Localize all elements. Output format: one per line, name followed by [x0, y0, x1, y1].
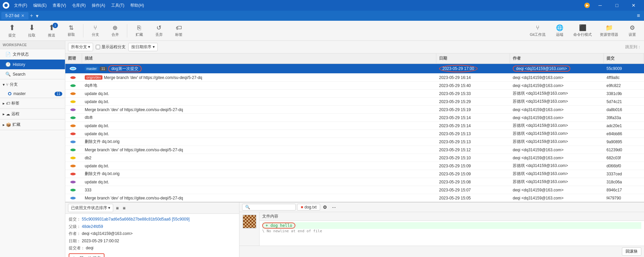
remote-button[interactable]: 🌐 远端 — [550, 23, 569, 38]
sidebar-item-file-status[interactable]: 📄 文件状态 — [0, 49, 65, 60]
hamburger-menu[interactable]: ≡ — [634, 11, 643, 20]
sort-select[interactable]: 按日期排序 ▾ — [128, 43, 157, 51]
origin-tag: origin/dev — [85, 75, 102, 80]
parent-value[interactable]: 48de24fd59 — [82, 224, 103, 229]
date-cell: 2023-05-29 15:29 — [436, 98, 510, 105]
commit-value[interactable]: 55c9009931ab7ad6e5a666b27be88c81b50d5aa6… — [82, 217, 190, 222]
table-row[interactable]: update dq.txt.2023-05-29 15:09苏德琪 <dq314… — [65, 162, 644, 170]
menu-view[interactable]: 查看(V) — [50, 2, 69, 9]
table-row[interactable]: update dq.txt.2023-05-29 15:08苏德琪 <dq314… — [65, 178, 644, 186]
close-button[interactable]: ✕ — [626, 0, 641, 11]
undo-block-button[interactable]: 回滚块 — [622, 247, 641, 256]
menu-tools[interactable]: 工具(T) — [109, 2, 127, 9]
git-workflow-button[interactable]: ⑂ Git工作流 — [526, 23, 549, 38]
graph-cell — [65, 146, 82, 154]
discard-button[interactable]: ↺ 丢弃 — [150, 23, 168, 38]
branch-button[interactable]: ⑂ 分支 — [86, 23, 104, 38]
sidebar-item-history[interactable]: 🕐 History — [0, 60, 65, 69]
menu-file[interactable]: 文件(F) — [11, 2, 30, 9]
table-row[interactable]: db22023-05-29 15:10deqi <dq314159@163.co… — [65, 154, 644, 162]
description-cell: update dq.txt. — [82, 90, 436, 97]
table-row[interactable]: master 11 dog第一次提交 2023-05-29 17:00 deqi… — [65, 64, 644, 74]
table-row[interactable]: origin/dev Merge branch 'dev' of https:/… — [65, 74, 644, 82]
commit-cell: 4ff9a8c — [604, 74, 644, 81]
menu-edit[interactable]: 编辑(E) — [30, 2, 49, 9]
commit-cell: 3337ced — [604, 170, 644, 178]
settings-icon: ⚙ — [630, 24, 635, 31]
table-row[interactable]: 删除文件 dq.txt.orig2023-05-29 15:09苏德琪 <dq3… — [65, 170, 644, 178]
toolbar: ⬆ 提交 ⬇ 拉取 ⬆ 推送 1 ⇅ 获取 ⑂ 分支 ⊕ 合并 ⎘ 贮藏 ↺ 丢… — [0, 21, 644, 41]
stash-group-icon: 📦 — [6, 122, 11, 127]
sidebar-item-search[interactable]: 🔍 Search — [0, 69, 65, 79]
author-cell: 苏德琪 <dq314159@163.com> — [510, 178, 604, 186]
menu-repo[interactable]: 仓库(R) — [69, 2, 88, 9]
maximize-button[interactable]: □ — [609, 0, 625, 11]
date-cell: 2023-05-29 15:09 — [436, 170, 510, 178]
date-cell: 2023-05-29 15:08 — [436, 178, 510, 186]
table-row[interactable]: 3332023-05-29 15:07deqi <dq314159@163.co… — [65, 186, 644, 194]
tab-add-button[interactable]: + — [28, 11, 34, 20]
stash-label: 贮藏 — [12, 122, 20, 127]
table-row[interactable]: update dq.txt.2023-05-29 15:29苏德琪 <dq314… — [65, 98, 644, 106]
stash-group-header[interactable]: ▸ 📦 贮藏 — [0, 119, 65, 130]
tag-button[interactable]: 🏷 标签 — [169, 23, 188, 38]
tab-close-button[interactable]: ✕ — [21, 13, 24, 18]
table-row[interactable]: update dq.txt.2023-05-29 15:33苏德琪 <dq314… — [65, 90, 644, 98]
graph-dot — [70, 100, 76, 103]
show-remote-checkbox[interactable] — [96, 45, 100, 49]
commit-cell: 682c03f — [604, 154, 644, 162]
sort-status-select[interactable]: 已依照文件状态排序 ▾ — [68, 204, 113, 212]
submitter-value: deqi — [86, 246, 93, 250]
settings-button[interactable]: ⚙ 设置 — [623, 23, 641, 38]
active-tab[interactable]: 5-27-bd ✕ — [1, 12, 28, 19]
graph-cell — [65, 98, 82, 105]
tags-group-header[interactable]: ▸ 🏷 标签 — [0, 98, 65, 108]
menu-action[interactable]: 操作(A) — [89, 2, 108, 9]
table-row[interactable]: dq本地2023-05-29 15:40deqi <dq314159@163.c… — [65, 82, 644, 90]
terminal-button[interactable]: ⬛ 命令行模式 — [570, 23, 595, 38]
file-tab[interactable]: ■ dog.txt — [297, 204, 320, 210]
pull-icon: ⬇ — [29, 23, 35, 32]
table-row[interactable]: Merge branch 'dev' of https://gitee.com/… — [65, 106, 644, 114]
search-icon: 🔍 — [5, 72, 11, 77]
table-row[interactable]: Merge branch 'dev' of https://gitee.com/… — [65, 194, 644, 202]
graph-cell — [65, 170, 82, 178]
remote-group-header[interactable]: ▸ ☁ 远程 — [0, 109, 65, 119]
fetch-button[interactable]: ⇅ 获取 — [62, 23, 80, 38]
branch-num-tag: 11 — [100, 67, 107, 71]
sort-more-button[interactable]: ≡ — [122, 205, 127, 211]
show-remote-checkbox-label[interactable]: 显示远程分支 — [96, 44, 126, 50]
diff-gear-button[interactable]: ⚙ — [321, 204, 329, 210]
branches-group-header[interactable]: ▾ ⑂ 分支 — [0, 79, 65, 90]
table-row[interactable]: update dq.txt.2023-05-29 15:14苏德琪 <dq314… — [65, 122, 644, 130]
sidebar: WORKSPACE 📄 文件状态 🕐 History 🔍 Search ▾ ⑂ … — [0, 41, 65, 257]
tab-label: 5-27-bd — [5, 13, 19, 18]
commit-cell: 318c06a — [604, 178, 644, 186]
menu-help[interactable]: 帮助(H) — [128, 2, 147, 9]
pull-button[interactable]: ⬇ 拉取 — [22, 22, 41, 39]
table-row[interactable]: 删除文件 dq.txt.orig2023-05-29 15:13苏德琪 <dq3… — [65, 138, 644, 146]
desc-text: Merge branch 'dev' of https://gitee.com/… — [104, 75, 202, 80]
graph-dot — [70, 173, 76, 175]
graph-cell — [65, 178, 82, 186]
diff-more-button[interactable]: ··· — [330, 204, 338, 210]
table-row[interactable]: db本2023-05-29 15:14deqi <dq314159@163.co… — [65, 114, 644, 122]
branch-filter-select[interactable]: 所有分支 ▾ — [68, 43, 93, 51]
sort-gear-button[interactable]: ≡ — [115, 205, 120, 211]
explorer-button[interactable]: 📁 资源管理器 — [596, 23, 622, 38]
commit-button[interactable]: ⬆ 提交 — [3, 22, 21, 39]
diff-search-input[interactable] — [242, 204, 296, 210]
minimize-button[interactable]: ─ — [592, 0, 608, 11]
table-row[interactable]: Merge branch 'dev' of https://gitee.com/… — [65, 146, 644, 154]
push-button[interactable]: ⬆ 推送 1 — [42, 22, 61, 39]
remote-group: ▸ ☁ 远程 — [0, 109, 65, 119]
table-row[interactable]: update dq.txt.2023-05-29 15:13苏德琪 <dq314… — [65, 130, 644, 138]
author-cell: 苏德琪 <dq314159@163.com> — [510, 138, 604, 146]
show-remote-label: 显示远程分支 — [101, 44, 126, 50]
stash-button[interactable]: ⎘ 贮藏 — [130, 23, 148, 38]
merge-button[interactable]: ⊕ 合并 — [106, 23, 124, 38]
branch-master-item[interactable]: master 11 — [0, 90, 65, 98]
tab-dropdown-button[interactable]: ▾ — [34, 11, 40, 20]
graph-dot — [70, 181, 76, 183]
commit-cell: 61239d0 — [604, 146, 644, 154]
